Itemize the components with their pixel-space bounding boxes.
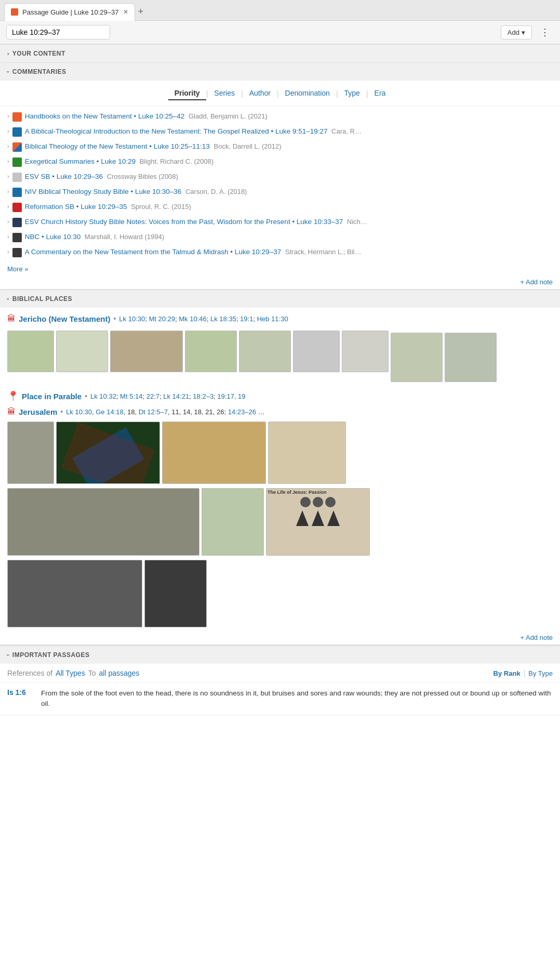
filter-denomination[interactable]: Denomination [279,87,336,100]
map-thumbnail[interactable] [7,488,199,556]
map-thumbnail[interactable] [445,333,497,382]
jeru-ref-ge1418[interactable]: Ge 14:18 [96,408,124,416]
jericho-ref-lk1030[interactable]: Lk 10:30 [119,315,145,323]
all-passages-link[interactable]: all passages [99,669,140,677]
parable-ref-1917[interactable]: 19:17, 19 [217,392,245,400]
filter-author[interactable]: Author [243,87,277,100]
important-passages-label: IMPORTANT PASSAGES [12,651,90,659]
map-thumbnail[interactable] [162,422,266,484]
active-tab[interactable]: Passage Guide | Luke 10:29–37 ✕ [4,3,135,21]
map-thumbnail[interactable] [239,331,291,372]
commentary-icon [12,142,22,152]
jericho-ref-mk1046[interactable]: Mk 10:46 [179,315,206,323]
map-thumbnail[interactable]: The Life of Jesus: Passion [266,488,370,556]
commentary-icon [12,203,22,212]
jerusalem-castle-icon: 🏛 [7,407,16,416]
more-link[interactable]: More » [0,263,35,275]
commentary-link[interactable]: ESV SB • Luke 10:29–36 [25,173,103,180]
commentaries-filter-bar: Priority | Series | Author | Denominatio… [0,81,560,106]
commentary-icon [12,233,22,242]
commentary-row[interactable]: ESV Church History Study Bible Notes: Vo… [0,215,560,230]
filter-era[interactable]: Era [368,87,392,100]
by-rank-button[interactable]: By Rank [494,669,521,677]
new-tab-button[interactable]: + [138,6,144,17]
all-types-link[interactable]: All Types [56,669,85,677]
biblical-places-add-note-link[interactable]: + Add note [0,631,560,645]
your-content-toggle-icon [7,51,9,57]
parable-ref-227[interactable]: 22:7 [146,392,159,400]
commentary-row[interactable]: A Biblical-Theological Introduction to t… [0,124,560,139]
commentary-link[interactable]: Handbooks on the New Testament • Luke 10… [25,112,185,120]
commentary-row[interactable]: NIV Biblical Theology Study Bible • Luke… [0,185,560,200]
commentary-link[interactable]: Biblical Theology of the New Testament •… [25,142,210,150]
your-content-section-header[interactable]: YOUR CONTENT [0,44,560,62]
important-passages-section-header[interactable]: IMPORTANT PASSAGES [0,646,560,664]
place-in-parable-header: 📍 Place in Parable • Lk 10:32; Mt 5:14; … [0,386,560,404]
more-options-button[interactable]: ⋮ [536,24,554,41]
commentary-row[interactable]: ESV SB • Luke 10:29–36 Crossway Bibles (… [0,169,560,185]
commentary-link[interactable]: Exegetical Summaries • Luke 10:29 [25,157,136,165]
passage-input[interactable] [6,25,110,40]
commentary-link[interactable]: A Commentary on the New Testament from t… [25,248,281,256]
biblical-places-section-header[interactable]: BIBLICAL PLACES [0,290,560,308]
jericho-ref-mt2029[interactable]: Mt 20:29 [149,315,175,323]
filter-series[interactable]: Series [208,87,241,100]
map-thumbnail[interactable] [391,333,443,382]
map-thumbnail[interactable] [56,422,160,484]
tab-close-button[interactable]: ✕ [123,8,128,16]
passage-ref-is16[interactable]: Is 1:6 [7,688,36,697]
commentary-link[interactable]: Reformation SB • Luke 10:29–35 [25,203,127,211]
row-toggle-icon [7,173,9,179]
add-button[interactable]: Add ▾ [501,25,532,40]
commentary-icon [12,112,22,122]
jeru-ref-dt125[interactable]: Dt 12:5–7 [139,408,168,416]
commentary-row[interactable]: Handbooks on the New Testament • Luke 10… [0,109,560,124]
map-thumbnail[interactable] [7,560,142,627]
map-thumbnail[interactable] [268,422,346,484]
parable-ref-lk1421[interactable]: Lk 14:21 [163,392,189,400]
jericho-ref-heb1130[interactable]: Heb 11:30 [257,315,288,323]
map-thumbnail[interactable] [293,331,340,372]
row-toggle-icon [7,218,9,225]
parable-ref-lk1032[interactable]: Lk 10:32 [90,392,116,400]
commentaries-add-note-link[interactable]: + Add note [0,275,560,289]
filter-type[interactable]: Type [338,87,366,100]
map-thumbnail[interactable] [202,488,264,556]
commentary-row[interactable]: A Commentary on the New Testament from t… [0,245,560,260]
commentary-link[interactable]: NBC • Luke 10:30 [25,233,81,241]
commentary-row[interactable]: Exegetical Summaries • Luke 10:29 Blight… [0,154,560,169]
commentary-row[interactable]: Biblical Theology of the New Testament •… [0,139,560,154]
jerusalem-link[interactable]: Jerusalem [19,408,57,416]
commentary-link[interactable]: ESV Church History Study Bible Notes: Vo… [25,218,343,226]
map-thumbnail[interactable] [7,331,54,372]
commentary-author: Marshall, I. Howard (1994) [83,233,164,241]
map-thumbnail[interactable] [56,331,108,372]
row-toggle-icon [7,188,9,194]
map-thumbnail[interactable] [185,331,237,372]
filter-priority[interactable]: Priority [168,87,206,100]
map-thumbnail[interactable] [342,331,389,372]
tab-title: Passage Guide | Luke 10:29–37 [22,8,119,16]
row-toggle-icon [7,128,9,134]
parable-ref-mt514[interactable]: Mt 5:14 [120,392,142,400]
commentary-row[interactable]: NBC • Luke 10:30 Marshall, I. Howard (19… [0,230,560,245]
parable-ref-182-3[interactable]: 18:2–3 [193,392,214,400]
commentary-author: Nich… [345,218,367,226]
commentary-link[interactable]: NIV Biblical Theology Study Bible • Luke… [25,188,182,195]
commentary-row[interactable]: Reformation SB • Luke 10:29–35 Sproul, R… [0,200,560,215]
map-thumbnail[interactable] [144,560,207,627]
jeru-ref-1423-26[interactable]: 14:23–26 [228,408,256,416]
jericho-refs: Lk 10:30; Mt 20:29; Mk 10:46; Lk 18:35; … [119,315,288,323]
map-thumbnail[interactable] [7,422,54,484]
commentary-author: Gladd, Benjamin L. (2021) [186,112,267,120]
jericho-ref-191[interactable]: 19:1 [240,315,253,323]
jericho-link[interactable]: Jericho (New Testament) [19,314,110,323]
commentary-link[interactable]: A Biblical-Theological Introduction to t… [25,127,328,135]
jericho-ref-lk1835[interactable]: Lk 18:35 [210,315,236,323]
by-type-button[interactable]: By Type [528,669,553,677]
add-chevron-icon: ▾ [522,29,525,36]
place-in-parable-link[interactable]: Place in Parable [22,392,82,401]
commentaries-section-header[interactable]: COMMENTARIES [0,62,560,81]
map-thumbnail[interactable] [110,331,183,372]
jeru-ref-lk1030[interactable]: Lk 10:30 [66,408,92,416]
